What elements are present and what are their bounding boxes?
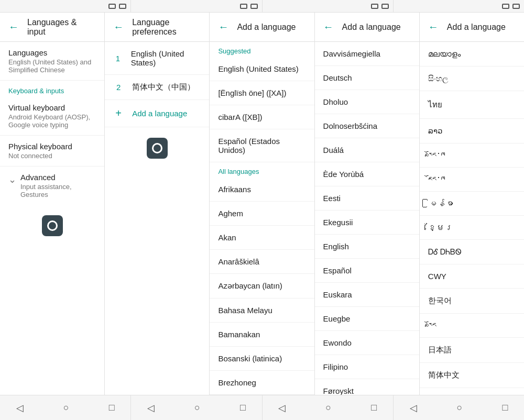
panel-1-title: Languages & input (27, 18, 96, 37)
add-language-label: Add a language (132, 109, 187, 118)
lang-malayalam[interactable]: മലയാളം (420, 42, 524, 67)
back-nav-btn-3[interactable]: ◁ (274, 398, 290, 418)
physical-keyboard-item[interactable]: Physical keyboard Not connected (0, 136, 104, 167)
screen-icon-2 (240, 4, 247, 9)
lang-ewondo[interactable]: Ewondo (315, 331, 419, 355)
lang-eesti[interactable]: Eesti (315, 186, 419, 211)
back-nav-btn-1[interactable]: ◁ (12, 398, 28, 418)
notification-icon-3 (381, 4, 389, 9)
lang-azerbaycan[interactable]: Azərbaycan (latın) (210, 274, 314, 299)
lang-ekegusii[interactable]: Ekegusii (315, 211, 419, 235)
panel-5-title: Add a language (447, 23, 506, 32)
bottom-nav-section-1: ◁ ○ □ (0, 395, 131, 420)
home-nav-btn-4[interactable]: ○ (453, 398, 467, 417)
virtual-keyboard-subtitle: Android Keyboard (AOSP), Google voice ty… (8, 113, 96, 129)
lang-thai[interactable]: ไทย (420, 91, 524, 119)
lang-cherokee-script[interactable]: ᎠᎴ ᎠᏂᏴᏫ (420, 240, 524, 264)
recents-nav-btn-3[interactable]: □ (367, 398, 381, 417)
lang-euegbe[interactable]: Euegbe (315, 307, 419, 331)
lang-pref-item-2[interactable]: 2 简体中文（中国） (105, 75, 209, 100)
lang-bahasa[interactable]: Bahasa Melayu (210, 299, 314, 323)
lang-bosanski[interactable]: Bosanski (latinica) (210, 347, 314, 371)
lang-deutsch[interactable]: Deutsch (315, 66, 419, 90)
panel-add-language-2: ← Add a language Davvisámegiella Deutsch… (315, 13, 420, 395)
lang-text-1: English (United States) (131, 49, 201, 67)
panel-2-header: ← Language preferences (105, 13, 209, 42)
virtual-keyboard-title: Virtual keyboard (8, 103, 96, 112)
lang-afrikaans[interactable]: Afrikaans (210, 178, 314, 202)
lang-simplified-chinese[interactable]: 简体中文 (420, 363, 524, 388)
panel-add-language-3: ← Add a language മലയാളം සිංහල ไทย ລາວ རྫ… (420, 13, 524, 395)
bottom-nav-section-2: ◁ ○ □ (131, 395, 262, 420)
recents-nav-btn-1[interactable]: □ (105, 398, 119, 417)
status-bar-section-3 (263, 0, 394, 12)
panel-add-language-1: ← Add a language Suggested English (Unit… (210, 13, 314, 395)
back-arrow-4[interactable]: ← (323, 21, 334, 33)
panel-3-title: Add a language (237, 23, 296, 32)
suggested-english-xa[interactable]: [Ënglïsh öne] ([XA]) (210, 81, 314, 105)
lang-filipino[interactable]: Filipino (315, 355, 419, 379)
languages-item[interactable]: Languages English (United States) and Si… (0, 42, 104, 81)
bottom-nav-section-3: ◁ ○ □ (263, 395, 394, 420)
advanced-item[interactable]: ⌄ Advanced Input assistance, Gestures (0, 167, 104, 205)
back-arrow-2[interactable]: ← (113, 21, 124, 33)
panel-3-body: Suggested English (United States) [Ënglï… (210, 42, 314, 395)
lang-pref-item-1[interactable]: 1 English (United States) (105, 42, 209, 75)
lang-cantonese[interactable]: 粵語 (420, 388, 524, 395)
panel-1-body: Languages English (United States) and Si… (0, 42, 104, 395)
lang-num-1: 1 (113, 54, 122, 63)
lang-bamanakan[interactable]: Bamanakan (210, 323, 314, 347)
lang-japanese[interactable]: 日本語 (420, 338, 524, 363)
back-nav-btn-4[interactable]: ◁ (406, 398, 421, 418)
lang-korean[interactable]: 한국어 (420, 289, 524, 314)
bottom-nav-section-4: ◁ ○ □ (394, 395, 524, 420)
lang-tibetan[interactable]: རྫོང (420, 314, 524, 338)
panel-5-body: മലയാളം සිංහල ไทย ລາວ རྫོང་ཁ ཇོང་ཁ မြန်မာ… (420, 42, 524, 395)
lang-aghem[interactable]: Aghem (210, 202, 314, 226)
main-content: ← Languages & input Languages English (U… (0, 13, 524, 395)
back-arrow-3[interactable]: ← (218, 21, 228, 33)
lang-sinhala[interactable]: සිංහල (420, 67, 524, 91)
advanced-title: Advanced (20, 173, 96, 182)
virtual-keyboard-item[interactable]: Virtual keyboard Android Keyboard (AOSP)… (0, 97, 104, 136)
screen-icon-4 (502, 4, 509, 9)
home-nav-btn-3[interactable]: ○ (321, 398, 335, 417)
suggested-espanol[interactable]: Español (Estados Unidos) (210, 129, 314, 162)
app-icon-1[interactable] (42, 215, 63, 236)
lang-brezhoneg[interactable]: Brezhoneg (210, 371, 314, 395)
lang-ede-yoruba[interactable]: Ède Yorùbá (315, 162, 419, 186)
screen-icon-3 (371, 4, 378, 9)
suggested-en-us[interactable]: English (United States) (210, 57, 314, 81)
lang-davvisame[interactable]: Davvisámegiella (315, 42, 419, 66)
notification-icon-1 (119, 4, 126, 9)
lang-dholuo[interactable]: Dholuo (315, 90, 419, 114)
lang-lao[interactable]: ລາວ (420, 119, 524, 143)
home-nav-btn-2[interactable]: ○ (190, 398, 204, 417)
app-icon-2[interactable] (147, 138, 168, 159)
lang-dolno[interactable]: Dolnoserbšćina (315, 114, 419, 138)
physical-keyboard-title: Physical keyboard (8, 142, 96, 151)
keyboard-section-label: Keyboard & inputs (0, 81, 104, 97)
recents-nav-btn-4[interactable]: □ (498, 398, 512, 417)
lang-anarask[interactable]: Anarâškielâ (210, 250, 314, 274)
lang-faroyskt[interactable]: Føroyskt (315, 379, 419, 395)
lang-myanmar[interactable]: မြန်မာ (420, 192, 524, 216)
lang-espanol[interactable]: Español (315, 259, 419, 283)
lang-akan[interactable]: Akan (210, 226, 314, 250)
back-arrow-5[interactable]: ← (428, 21, 439, 33)
lang-jong[interactable]: ཇོང་ཁ (420, 168, 524, 192)
home-nav-btn-1[interactable]: ○ (59, 398, 73, 417)
lang-khmer[interactable]: ខ្មែរ (420, 216, 524, 240)
lang-english[interactable]: English (315, 235, 419, 259)
lang-euskara[interactable]: Euskara (315, 283, 419, 307)
back-nav-btn-2[interactable]: ◁ (143, 398, 159, 418)
panel-languages-input: ← Languages & input Languages English (U… (0, 13, 105, 395)
suggested-cibar-xb[interactable]: cibarA ([XB]) (210, 105, 314, 129)
recents-nav-btn-2[interactable]: □ (236, 398, 250, 417)
add-language-btn[interactable]: + Add a language (105, 100, 209, 127)
back-arrow-1[interactable]: ← (8, 21, 19, 33)
lang-num-2: 2 (113, 83, 124, 92)
lang-dzongkha[interactable]: རྫོང་ཁ (420, 143, 524, 168)
lang-duala[interactable]: Duálá (315, 138, 419, 162)
lang-cwy[interactable]: CWY (420, 264, 524, 289)
